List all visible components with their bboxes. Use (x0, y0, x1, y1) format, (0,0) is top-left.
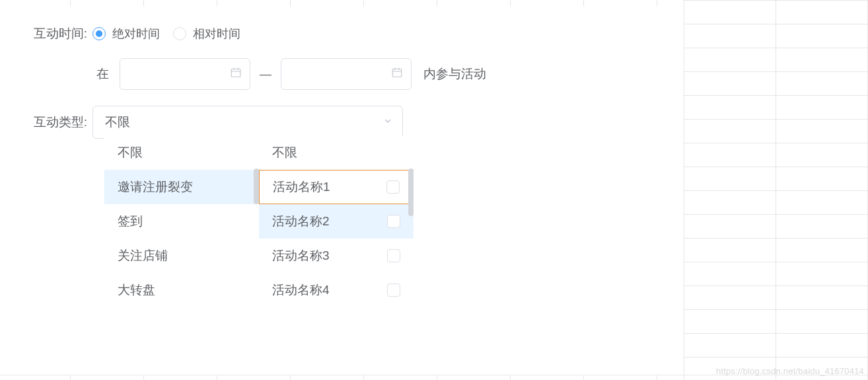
calendar-icon (391, 67, 403, 82)
scrollbar-thumb[interactable] (254, 169, 259, 204)
chevron-down-icon (382, 115, 393, 130)
radio-relative-time[interactable]: 相对时间 (173, 26, 240, 42)
interaction-type-select[interactable]: 不限 (92, 106, 403, 139)
radio-unchecked-icon (173, 27, 186, 40)
cascade-item-label: 签到 (118, 213, 143, 230)
cascade-item-label: 关注店铺 (118, 247, 168, 264)
cascade-item-unlimited[interactable]: 不限 (104, 135, 259, 170)
svg-rect-4 (392, 69, 402, 77)
svg-rect-0 (231, 69, 240, 77)
cascade-item-label: 大转盘 (118, 282, 155, 299)
interaction-type-label: 互动类型: (26, 114, 92, 131)
cascade-item-activity-1[interactable]: 活动名称1 (259, 170, 414, 204)
prefix-at-label: 在 (96, 65, 109, 83)
date-separator: — (260, 67, 271, 81)
cascade-column-1: 不限 邀请注册裂变 签到 关注店铺 大转盘 (104, 135, 259, 307)
checkbox[interactable] (387, 215, 400, 228)
radio-absolute-time[interactable]: 绝对时间 (92, 26, 160, 42)
checkbox[interactable] (386, 180, 400, 194)
radio-relative-label: 相对时间 (193, 26, 240, 42)
cascade-item-label: 活动名称4 (272, 282, 330, 299)
start-date-input[interactable] (120, 58, 250, 90)
cascade-item-unlimited-2[interactable]: 不限 (259, 135, 414, 170)
cascade-item-activity-2[interactable]: 活动名称2 (259, 204, 414, 239)
cascade-item-label: 活动名称3 (272, 247, 330, 264)
suffix-participate-label: 内参与活动 (423, 65, 486, 83)
cascade-item-follow-shop[interactable]: 关注店铺 (104, 239, 259, 273)
cascade-panel: 不限 邀请注册裂变 签到 关注店铺 大转盘 不限 活动名称1 活动名称2 活动名… (104, 135, 414, 307)
cascade-item-label: 不限 (118, 144, 143, 161)
cascade-item-activity-4[interactable]: 活动名称4 (259, 273, 414, 307)
cascade-item-checkin[interactable]: 签到 (104, 204, 259, 239)
checkbox[interactable] (387, 284, 400, 297)
cascade-column-2: 不限 活动名称1 活动名称2 活动名称3 活动名称4 (259, 135, 414, 307)
calendar-icon (230, 67, 242, 82)
scrollbar-thumb[interactable] (408, 169, 414, 216)
cascade-item-activity-3[interactable]: 活动名称3 (259, 239, 414, 273)
checkbox[interactable] (387, 249, 400, 262)
end-date-input[interactable] (281, 58, 412, 90)
cascade-item-label: 不限 (272, 144, 297, 161)
form-panel: 互动时间: 绝对时间 相对时间 在 — (0, 7, 683, 155)
cascade-item-wheel[interactable]: 大转盘 (104, 273, 259, 307)
radio-checked-icon (92, 27, 106, 40)
cascade-item-label: 活动名称2 (272, 213, 330, 230)
select-value: 不限 (105, 114, 130, 131)
watermark: https://blog.csdn.net/baidu_41670414 (716, 366, 864, 376)
interaction-time-label: 互动时间: (26, 25, 92, 42)
cascade-item-invite-register[interactable]: 邀请注册裂变 (104, 170, 259, 204)
cascade-item-label: 邀请注册裂变 (118, 178, 193, 196)
cascade-item-label: 活动名称1 (273, 178, 330, 196)
radio-absolute-label: 绝对时间 (112, 26, 160, 42)
